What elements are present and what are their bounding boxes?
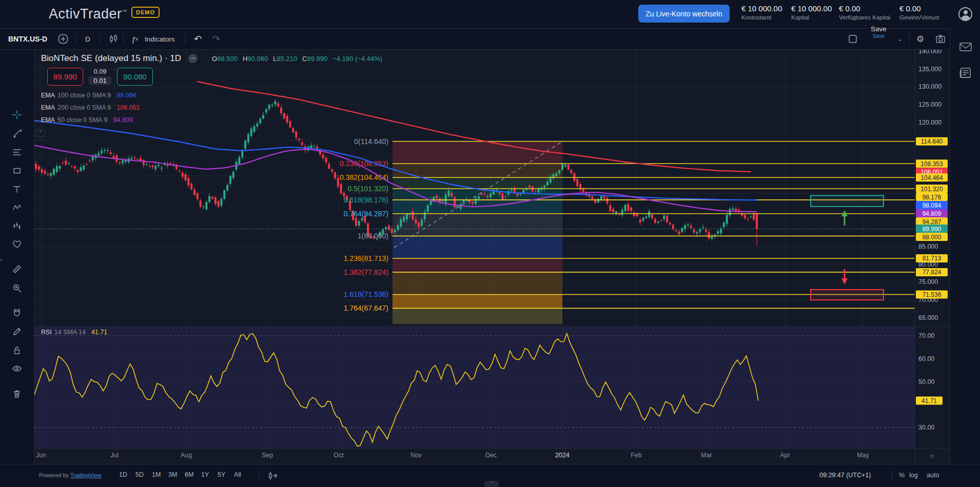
trendline-tool[interactable] [8, 126, 26, 141]
save-menu-chevron[interactable]: ⌄ [898, 29, 903, 49]
draw-tool[interactable] [8, 324, 26, 339]
go-to-date-button[interactable] [267, 470, 278, 483]
trash-icon [12, 389, 22, 399]
ema-legend-row[interactable]: EMA50 close 0 SMA 994.809 [41, 114, 140, 126]
expand-panel-tab[interactable]: ⌃ [484, 481, 499, 487]
draw-icon [12, 327, 22, 337]
fib-retracement-zone [393, 141, 562, 324]
range-5d[interactable]: 5D [135, 471, 144, 478]
time-axis-label[interactable]: May [857, 452, 869, 459]
range-3m[interactable]: 3M [168, 471, 177, 478]
time-axis-label[interactable]: Sep [262, 452, 273, 459]
svg-text:88.000: 88.000 [923, 234, 942, 241]
range-1d[interactable]: 1D [119, 471, 127, 478]
price-axis-label: 85.000 [918, 243, 938, 250]
indicators-button[interactable]: Indicators [145, 29, 175, 49]
text-icon [12, 184, 22, 194]
zoom-icon [12, 283, 22, 293]
time-axis-label[interactable]: Apr [780, 452, 790, 459]
svg-text:89.990: 89.990 [923, 226, 942, 233]
magnet-tool[interactable] [8, 306, 26, 321]
time-axis-label[interactable]: Nov [410, 452, 422, 459]
redo-button[interactable]: ↷ [212, 29, 220, 49]
theme-sun-icon[interactable]: ☼ [929, 451, 935, 459]
log-scale-toggle[interactable]: log [909, 472, 918, 479]
time-axis-label[interactable]: Dec [485, 452, 497, 459]
add-symbol-button[interactable] [57, 29, 69, 49]
multi-chart-button[interactable] [848, 29, 858, 49]
chart-toolbar: BNTX.US-D D ƒx Indicators ↶ ↷ Save Save … [0, 28, 980, 50]
snapshot-button[interactable] [935, 29, 946, 49]
chart-title[interactable]: BioNTech SE (delayed 15 min.) · 1D [41, 53, 181, 64]
mail-button[interactable] [959, 41, 972, 54]
percent-scale-toggle[interactable]: % [899, 472, 905, 479]
fib-retracement-icon [12, 147, 22, 157]
indicator-legend: EMA100 close 0 SMA 998.094EMA200 close 0… [41, 89, 140, 126]
lock-tool[interactable] [8, 342, 26, 358]
range-1y[interactable]: 1Y [201, 471, 209, 478]
rsi-legend: RSI 14 SMA 14 41.71 [41, 329, 107, 336]
collapse-rail-handle[interactable]: ‹ [0, 254, 5, 266]
range-1m[interactable]: 1M [152, 471, 161, 478]
time-axis-label[interactable]: Feb [631, 452, 642, 459]
top-header: ActivTrader™ DEMO Zu Live-Konto wechseln… [0, 0, 980, 28]
crosshair-tool[interactable] [8, 107, 26, 123]
time-axis-label[interactable]: Oct [334, 452, 344, 459]
hide-tool[interactable] [8, 361, 26, 376]
spread-readout: 0.09 0.01 [83, 68, 117, 85]
trendline-icon [12, 128, 22, 138]
rsi-axis-label: 30.00 [918, 424, 934, 431]
range-6m[interactable]: 6M [185, 471, 193, 478]
pattern-tool[interactable] [8, 200, 26, 215]
ohlc-readout: O88.500 H90.060 L85.210 C89.990 −4.180 (… [212, 55, 382, 63]
ema-legend-row[interactable]: EMA200 close 0 SMA 9106.051 [41, 102, 140, 114]
tradingview-link[interactable]: TradingView [70, 472, 102, 478]
range-5y[interactable]: 5Y [218, 471, 225, 478]
user-avatar[interactable] [958, 7, 972, 21]
svg-text:104.464: 104.464 [920, 174, 943, 181]
time-axis-label[interactable]: Jul [110, 452, 119, 459]
forecast-tool[interactable] [8, 218, 26, 233]
ruler-tool[interactable] [8, 261, 26, 277]
chart-type-button[interactable] [108, 29, 119, 49]
svg-text:71.536: 71.536 [923, 291, 942, 298]
save-button[interactable]: Save Save [871, 26, 887, 46]
ruler-icon [12, 264, 22, 274]
range-all[interactable]: All [234, 471, 241, 478]
time-axis-label[interactable]: 2024 [555, 452, 570, 459]
time-axis-label[interactable]: Aug [181, 452, 192, 459]
price-axis-label: 125.000 [918, 101, 942, 108]
trash-tool[interactable] [8, 386, 26, 401]
fib-level-label: 1(88.000) [358, 232, 388, 240]
shapes-icon [12, 166, 22, 176]
collapse-symbol-icon[interactable]: – [188, 54, 198, 63]
camera-icon [935, 33, 946, 45]
demand-box[interactable] [811, 290, 884, 300]
account-metric: € 10 000.00Kapital [791, 4, 832, 21]
fib-level-label: 0(114.640) [354, 137, 388, 146]
time-axis-label[interactable]: Jun [36, 452, 46, 459]
legend-collapse-button[interactable]: ⌃ [35, 129, 45, 137]
symbol-button[interactable]: BNTX.US-D [8, 29, 47, 49]
undo-button[interactable]: ↶ [194, 29, 202, 49]
time-axis-label[interactable]: Mar [701, 452, 712, 459]
fib-retracement-tool[interactable] [8, 145, 26, 160]
timeframe-button[interactable]: D [85, 29, 90, 49]
settings-button[interactable]: ⚙ [916, 29, 924, 49]
server-clock[interactable]: 09:29:47 (UTC+1) [819, 472, 871, 479]
fib-level-label: 0.618(98.176) [344, 196, 388, 204]
ema-legend-row[interactable]: EMA100 close 0 SMA 998.094 [41, 89, 140, 102]
buy-button[interactable]: 90.080 [117, 68, 153, 86]
auto-scale-toggle[interactable]: auto [927, 472, 939, 479]
zoom-tool[interactable] [8, 280, 26, 296]
news-button[interactable] [959, 67, 972, 81]
supply-box[interactable] [811, 195, 884, 206]
sell-button[interactable]: 89.990 [47, 68, 83, 86]
shapes-tool[interactable] [8, 163, 26, 178]
switch-to-live-button[interactable]: Zu Live-Konto wechseln [638, 5, 730, 23]
fib-level-label: 1.618(71.536) [344, 290, 388, 298]
magnet-icon [12, 308, 22, 318]
plus-circle-icon [57, 33, 69, 45]
emoji-tool[interactable] [8, 237, 26, 252]
text-tool[interactable] [8, 181, 26, 197]
